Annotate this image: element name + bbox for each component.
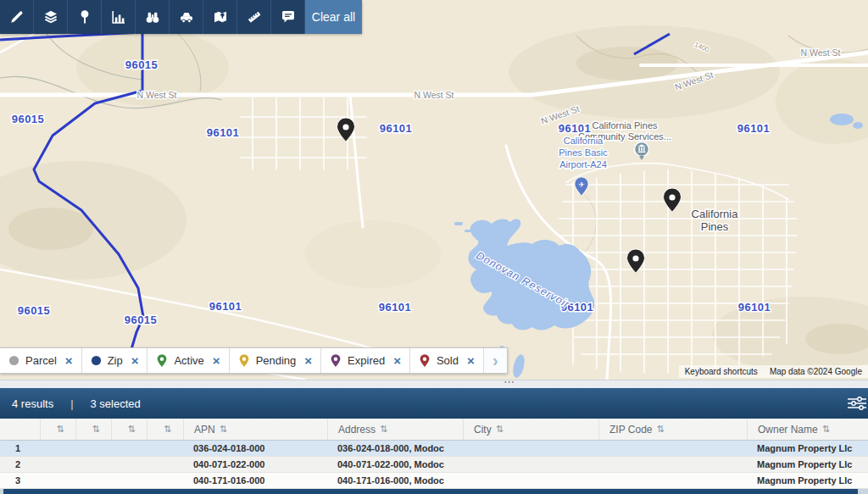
zip-circle-icon bbox=[91, 355, 102, 366]
city-cell bbox=[463, 457, 598, 472]
sort-icon: ⇅ bbox=[496, 424, 504, 435]
drive-time-tool-button[interactable] bbox=[170, 0, 203, 34]
close-icon[interactable]: × bbox=[65, 354, 73, 367]
results-count: 4 results bbox=[12, 397, 53, 410]
owner-cell: Magnum Property Llc bbox=[747, 473, 868, 488]
address-cell: 040-071-022-000, Modoc bbox=[327, 457, 463, 472]
comment-tool-button[interactable] bbox=[271, 0, 305, 34]
city-cell bbox=[463, 473, 598, 488]
map-section[interactable]: N West St N West St N West St N West St … bbox=[0, 0, 868, 380]
poi-label: California Pines bbox=[592, 120, 658, 130]
zip-label: 96101 bbox=[738, 301, 771, 314]
results-separator: | bbox=[70, 397, 73, 410]
filter-chip-parcel[interactable]: Parcel × bbox=[0, 348, 82, 373]
close-icon[interactable]: × bbox=[467, 354, 475, 367]
apn-cell: 040-171-016-000 bbox=[183, 473, 327, 488]
svg-text:Pines: Pines bbox=[701, 220, 729, 233]
street-label: N West St bbox=[136, 90, 176, 100]
sort-icon: ⇅ bbox=[164, 424, 171, 435]
draw-tool-button[interactable] bbox=[0, 0, 34, 34]
keyboard-shortcuts-link[interactable]: Keyboard shortcuts bbox=[679, 365, 764, 378]
search-area-tool-button[interactable] bbox=[136, 0, 170, 34]
horizontal-scrollbar[interactable] bbox=[0, 489, 868, 494]
address-cell: 040-171-016-000, Modoc bbox=[327, 473, 463, 488]
parcel-circle-icon bbox=[8, 355, 19, 366]
filter-chip-sold[interactable]: Sold × bbox=[410, 348, 484, 373]
zip-label: 96015 bbox=[125, 58, 159, 71]
pencil-icon bbox=[8, 8, 25, 25]
map-toolbar: Clear all bbox=[0, 0, 362, 34]
map-canvas[interactable]: N West St N West St N West St N West St … bbox=[0, 0, 868, 380]
zip-label: 96101 bbox=[380, 122, 413, 135]
map-markers-tool-button[interactable] bbox=[203, 0, 237, 34]
close-icon[interactable]: × bbox=[393, 354, 401, 367]
svg-text:California: California bbox=[692, 208, 739, 220]
poi-label: Pines Basic bbox=[559, 147, 608, 158]
sold-pin-icon bbox=[419, 354, 431, 368]
sort-column-header[interactable]: ⇅ bbox=[111, 419, 147, 440]
results-table-header: ⇅ ⇅ ⇅ ⇅ APN⇅ Address⇅ City⇅ ZIP Code⇅ Ow… bbox=[0, 419, 868, 441]
owner-cell: Magnum Property Llc bbox=[747, 457, 868, 472]
address-column-header[interactable]: Address⇅ bbox=[327, 419, 463, 440]
table-settings-button[interactable] bbox=[846, 396, 868, 414]
row-number: 3 bbox=[0, 473, 40, 488]
table-row[interactable]: 3 040-171-016-000 040-171-016-000, Modoc… bbox=[0, 473, 868, 489]
sort-icon: ⇅ bbox=[380, 424, 387, 435]
scrollbar-thumb[interactable] bbox=[3, 489, 858, 494]
map-attribution: Keyboard shortcuts Map data ©2024 Google bbox=[679, 365, 868, 378]
zip-cell bbox=[598, 457, 747, 472]
chip-label: Pending bbox=[256, 354, 297, 367]
row-number-column-header bbox=[0, 419, 40, 440]
sort-icon: ⇅ bbox=[220, 424, 227, 435]
sort-column-header[interactable]: ⇅ bbox=[40, 419, 75, 440]
filter-chips-bar: Parcel × Zip × Active × Pending × Expire… bbox=[0, 347, 508, 374]
zip-cell bbox=[598, 441, 747, 456]
chip-label: Zip bbox=[108, 354, 123, 367]
row-number: 1 bbox=[0, 441, 40, 456]
car-icon bbox=[178, 8, 195, 25]
results-bar: 4 results | 3 selected bbox=[0, 388, 868, 419]
close-icon[interactable]: × bbox=[304, 354, 312, 367]
zip-code-column-header[interactable]: ZIP Code⇅ bbox=[598, 419, 747, 440]
close-icon[interactable]: × bbox=[213, 354, 220, 367]
street-label: N West St bbox=[800, 47, 840, 58]
sort-icon: ⇅ bbox=[822, 424, 830, 435]
poi-label: Airport-A24 bbox=[559, 159, 607, 169]
filter-chip-pending[interactable]: Pending × bbox=[230, 348, 321, 373]
chips-scroll-right-button[interactable]: › bbox=[484, 348, 507, 373]
street-label: N West St bbox=[414, 90, 453, 100]
owner-name-column-header[interactable]: Owner Name⇅ bbox=[747, 419, 868, 440]
bar-chart-icon bbox=[110, 8, 127, 25]
filter-chip-zip[interactable]: Zip × bbox=[82, 348, 148, 373]
sort-icon: ⇅ bbox=[656, 424, 664, 435]
sort-icon: ⇅ bbox=[92, 424, 99, 435]
clear-all-button[interactable]: Clear all bbox=[305, 0, 362, 34]
panel-resize-handle[interactable]: ⋯ bbox=[0, 380, 868, 388]
poi-label: California bbox=[564, 136, 604, 146]
sort-column-header[interactable]: ⇅ bbox=[147, 419, 183, 440]
svg-text:✈: ✈ bbox=[578, 180, 585, 189]
apn-column-header[interactable]: APN⇅ bbox=[183, 419, 327, 440]
measure-tool-button[interactable] bbox=[237, 0, 271, 34]
selected-count: 3 selected bbox=[91, 397, 141, 410]
chip-label: Sold bbox=[437, 354, 459, 367]
chip-label: Parcel bbox=[25, 354, 57, 367]
table-row[interactable]: 1 036-024-018-000 036-024-018-000, Modoc… bbox=[0, 441, 868, 457]
small-pond bbox=[830, 114, 854, 125]
map-with-pin-icon bbox=[212, 8, 229, 25]
filter-chip-expired[interactable]: Expired × bbox=[321, 348, 410, 373]
ruler-icon bbox=[246, 8, 263, 25]
app-window: N West St N West St N West St N West St … bbox=[0, 0, 868, 494]
chevron-right-icon: › bbox=[492, 351, 498, 370]
pin-tool-button[interactable] bbox=[68, 0, 102, 34]
table-row[interactable]: 2 040-071-022-000 040-071-022-000, Modoc… bbox=[0, 457, 868, 473]
layers-tool-button[interactable] bbox=[34, 0, 68, 34]
zip-label: 96015 bbox=[12, 113, 45, 125]
city-column-header[interactable]: City⇅ bbox=[463, 419, 598, 440]
chart-tool-button[interactable] bbox=[102, 0, 136, 34]
sliders-icon bbox=[846, 396, 868, 411]
close-icon[interactable]: × bbox=[131, 354, 139, 367]
sort-icon: ⇅ bbox=[56, 424, 64, 435]
filter-chip-active[interactable]: Active × bbox=[147, 348, 229, 373]
sort-column-header[interactable]: ⇅ bbox=[75, 419, 111, 440]
